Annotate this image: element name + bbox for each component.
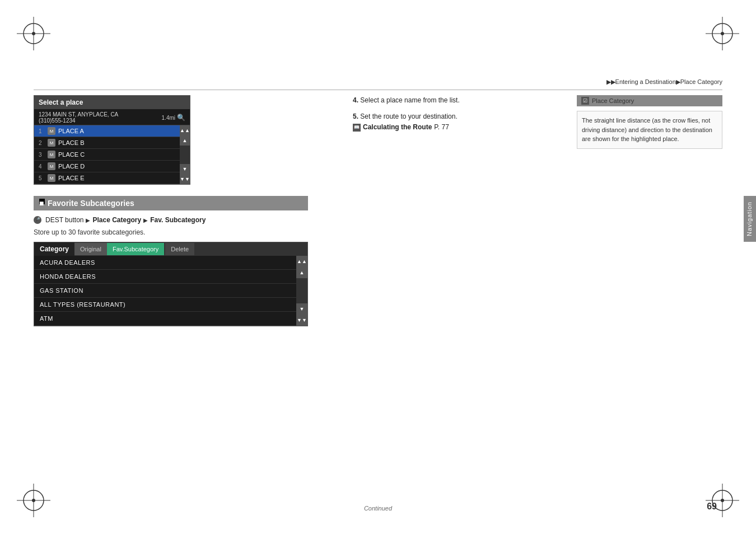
- note-icon: ☑: [581, 97, 589, 105]
- scroll-up-button[interactable]: ▲: [180, 135, 190, 146]
- screen-address: 1234 MAIN ST, ANYPLACE, CA (310)555-1234…: [34, 109, 190, 125]
- top-divider: [34, 90, 722, 90]
- step-5: 5. Set the route to your destination. 📖 …: [353, 111, 560, 133]
- note-body: The straight line distance (as the crow …: [577, 111, 722, 149]
- table-row[interactable]: 1 M PLACE A: [34, 125, 180, 137]
- dest-button-line: 🎤 DEST button ▶ Place Category ▶ Fav. Su…: [34, 216, 336, 224]
- place-icon-4: M: [48, 162, 55, 170]
- search-icon: 🔍: [177, 114, 185, 121]
- corner-decoration-tl: [17, 17, 50, 50]
- screen-list-area: 1 M PLACE A 2 M PLACE B 3 M PLACE C: [34, 125, 190, 184]
- scroll-down-button[interactable]: ▼: [180, 164, 190, 174]
- cat-scroll-up[interactable]: ▲: [296, 267, 307, 278]
- page-number: 69: [707, 502, 717, 512]
- address-left: 1234 MAIN ST, ANYPLACE, CA (310)555-1234: [39, 111, 118, 124]
- fav-subcategory-label: Fav. Subcategory: [150, 216, 206, 224]
- svg-point-7: [721, 32, 724, 35]
- step-link: 📖 Calculating the Route P. 77: [353, 122, 560, 133]
- place-icon-2: M: [48, 139, 55, 147]
- screen-list: 1 M PLACE A 2 M PLACE B 3 M PLACE C: [34, 125, 180, 184]
- mic-icon: 🎤: [34, 216, 41, 224]
- list-item[interactable]: ALL TYPES (RESTAURANT): [34, 298, 296, 312]
- section-header-favorite: ■Favorite Subcategories: [34, 196, 308, 210]
- continued-label: Continued: [364, 505, 392, 512]
- address-line1: 1234 MAIN ST, ANYPLACE, CA: [39, 111, 118, 118]
- place-icon-5: M: [48, 174, 55, 182]
- list-item[interactable]: ACURA DEALERS: [34, 256, 296, 270]
- category-list: ACURA DEALERS HONDA DEALERS GAS STATION …: [34, 256, 307, 326]
- place-category-label: Place Category: [92, 216, 141, 224]
- table-row[interactable]: 5 M PLACE E: [34, 172, 180, 184]
- left-column: Select a place 1234 MAIN ST, ANYPLACE, C…: [34, 95, 336, 489]
- table-row[interactable]: 2 M PLACE B: [34, 137, 180, 149]
- screen-distance: 1.4mi 🔍: [162, 114, 185, 121]
- arrow-icon-1: ▶: [86, 217, 90, 223]
- cat-scroll-top[interactable]: ▲▲: [296, 256, 307, 267]
- category-title: Category: [34, 242, 74, 256]
- corner-decoration-tr: [706, 17, 739, 50]
- breadcrumb: ▶▶Entering a Destination▶Place Category: [606, 78, 722, 86]
- section-prefix-icon: ■: [39, 199, 45, 204]
- cat-scroll-down[interactable]: ▼: [296, 303, 307, 315]
- screen-header: Select a place: [34, 96, 190, 109]
- nav-tab: Navigation: [744, 196, 756, 242]
- page-ref: P. 77: [434, 122, 449, 133]
- address-line2: (310)555-1234: [39, 118, 118, 124]
- original-tab[interactable]: Original: [74, 243, 107, 255]
- svg-point-15: [721, 499, 724, 502]
- step-4: 4. Select a place name from the list.: [353, 95, 560, 106]
- select-place-screen: Select a place 1234 MAIN ST, ANYPLACE, C…: [34, 95, 190, 185]
- note-title: Place Category: [592, 97, 634, 104]
- dest-text: DEST button: [45, 216, 83, 224]
- table-row[interactable]: 4 M PLACE D: [34, 161, 180, 172]
- arrow-icon-2: ▶: [143, 217, 148, 223]
- cat-scroll-bottom[interactable]: ▼▼: [296, 315, 307, 326]
- store-line: Store up to 30 favorite subcategories.: [34, 228, 336, 236]
- place-icon-1: M: [48, 127, 55, 135]
- calculating-route-link[interactable]: Calculating the Route: [363, 122, 432, 133]
- fav-subcategory-tab[interactable]: Fav.Subcategory: [107, 243, 164, 255]
- scroll-bar: ▲▲ ▲ ▼ ▼▼: [180, 125, 190, 184]
- delete-tab[interactable]: Delete: [165, 243, 194, 255]
- svg-point-11: [32, 499, 35, 502]
- place-icon-3: M: [48, 151, 55, 158]
- table-row[interactable]: 3 M PLACE C: [34, 149, 180, 161]
- category-screen: Category Original Fav.Subcategory Delete…: [34, 242, 308, 326]
- book-icon: 📖: [353, 124, 361, 132]
- category-items: ACURA DEALERS HONDA DEALERS GAS STATION …: [34, 256, 296, 326]
- main-content: Select a place 1234 MAIN ST, ANYPLACE, C…: [34, 95, 722, 489]
- svg-point-3: [32, 32, 35, 35]
- scroll-top-button[interactable]: ▲▲: [180, 125, 190, 135]
- right-column: ☑ Place Category The straight line dista…: [571, 95, 722, 489]
- middle-column: 4. Select a place name from the list. 5.…: [336, 95, 571, 489]
- scroll-bottom-button[interactable]: ▼▼: [180, 174, 190, 184]
- note-header: ☑ Place Category: [577, 95, 722, 106]
- list-item[interactable]: GAS STATION: [34, 284, 296, 298]
- list-item[interactable]: HONDA DEALERS: [34, 270, 296, 284]
- list-item[interactable]: ATM: [34, 312, 296, 326]
- category-header: Category Original Fav.Subcategory Delete: [34, 242, 307, 256]
- category-scroll-bar: ▲▲ ▲ ▼ ▼▼: [296, 256, 307, 326]
